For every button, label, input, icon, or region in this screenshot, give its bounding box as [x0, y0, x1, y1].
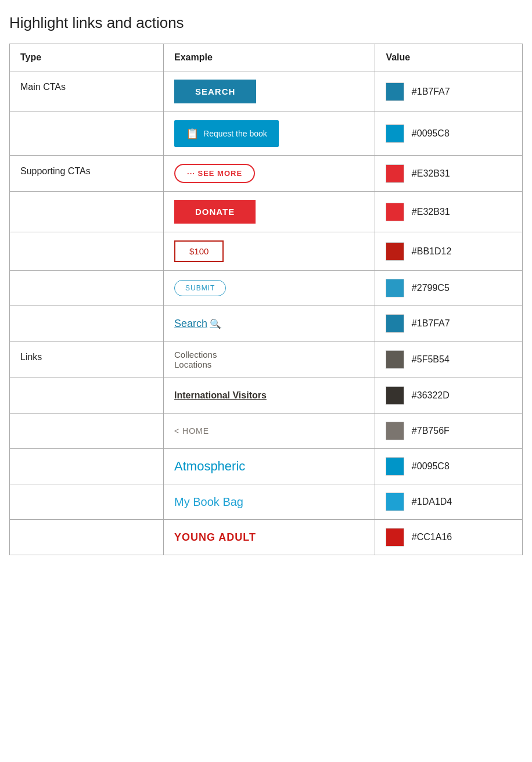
- color-hex-cc1a16: #CC1A16: [412, 532, 452, 542]
- color-swatch-1b7fa7-2: [386, 314, 404, 333]
- type-cell-empty-9: [10, 484, 164, 520]
- color-swatch-1b7fa7: [386, 82, 404, 101]
- table-row: YOUNG ADULT #CC1A16: [10, 520, 523, 555]
- col-header-example: Example: [164, 44, 375, 71]
- amount-button[interactable]: $100: [174, 240, 224, 262]
- international-visitors-link[interactable]: International Visitors: [174, 390, 267, 400]
- color-swatch-e32b31-2: [386, 203, 404, 221]
- example-cell-amount: $100: [164, 232, 375, 271]
- color-hex-0095c8-1: #0095C8: [412, 128, 450, 138]
- col-header-value: Value: [375, 44, 523, 71]
- color-hex-1b7fa7: #1B7FA7: [412, 87, 450, 96]
- value-cell-5: #BB1D12: [375, 232, 523, 271]
- type-cell-empty-10: [10, 520, 164, 555]
- example-cell-search-link: Search 🔍: [164, 306, 375, 342]
- table-row: SUBMIT #2799C5: [10, 271, 523, 306]
- search-link[interactable]: Search 🔍: [174, 318, 221, 330]
- type-cell-empty-6: [10, 378, 164, 414]
- value-cell-9: #36322D: [375, 378, 523, 414]
- value-cell-11: #0095C8: [375, 449, 523, 484]
- example-cell-seemore: ··· SEE MORE: [164, 156, 375, 192]
- example-cell-mybookbag: My Book Bag: [164, 484, 375, 520]
- type-cell-main-ctas: Main CTAs: [10, 71, 164, 112]
- young-adult-link[interactable]: YOUNG ADULT: [174, 531, 256, 543]
- table-row: 📋 Request the book #0095C8: [10, 112, 523, 156]
- type-cell-empty-8: [10, 449, 164, 484]
- example-cell-donate: DONATE: [164, 192, 375, 232]
- my-book-bag-link[interactable]: My Book Bag: [174, 495, 243, 508]
- color-swatch-cc1a16: [386, 528, 404, 547]
- see-more-button[interactable]: ··· SEE MORE: [174, 164, 255, 183]
- request-book-label: Request the book: [203, 129, 267, 138]
- collections-link[interactable]: Collections: [174, 350, 364, 360]
- color-swatch-36322d: [386, 386, 404, 405]
- home-link[interactable]: < HOME: [174, 426, 209, 436]
- example-cell-youngadult: YOUNG ADULT: [164, 520, 375, 555]
- search-button[interactable]: SEARCH: [174, 80, 256, 103]
- example-cell-search: SEARCH: [164, 71, 375, 112]
- color-hex-1da1d4: #1DA1D4: [412, 497, 452, 506]
- type-cell-empty-2: [10, 192, 164, 232]
- type-cell-empty-1: [10, 112, 164, 156]
- atmospheric-link[interactable]: Atmospheric: [174, 459, 245, 473]
- color-hex-7b756f: #7B756F: [412, 426, 450, 436]
- value-cell-8: #5F5B54: [375, 342, 523, 378]
- value-cell-2: #0095C8: [375, 112, 523, 156]
- example-cell-nav-links: Collections Locations: [164, 342, 375, 378]
- color-reference-table: Type Example Value Main CTAs SEARCH #1B7…: [9, 44, 523, 555]
- example-cell-intl: International Visitors: [164, 378, 375, 414]
- type-cell-links: Links: [10, 342, 164, 378]
- color-hex-2799c5: #2799C5: [412, 283, 450, 293]
- table-row: International Visitors #36322D: [10, 378, 523, 414]
- value-cell-13: #CC1A16: [375, 520, 523, 555]
- example-cell-request: 📋 Request the book: [164, 112, 375, 156]
- color-swatch-1da1d4: [386, 493, 404, 511]
- value-cell-7: #1B7FA7: [375, 306, 523, 342]
- donate-button[interactable]: DONATE: [174, 200, 256, 224]
- color-swatch-bb1d12: [386, 242, 404, 261]
- value-cell-12: #1DA1D4: [375, 484, 523, 520]
- search-magnifier-icon: 🔍: [210, 318, 221, 329]
- color-hex-e32b31-2: #E32B31: [412, 207, 450, 217]
- col-header-type: Type: [10, 44, 164, 71]
- color-hex-36322d: #36322D: [412, 390, 450, 400]
- submit-button[interactable]: SUBMIT: [174, 280, 226, 296]
- book-icon: 📋: [186, 127, 199, 140]
- search-link-label: Search: [174, 318, 207, 330]
- table-row: $100 #BB1D12: [10, 232, 523, 271]
- table-row: My Book Bag #1DA1D4: [10, 484, 523, 520]
- example-cell-submit: SUBMIT: [164, 271, 375, 306]
- example-cell-atmospheric: Atmospheric: [164, 449, 375, 484]
- color-hex-bb1d12: #BB1D12: [412, 246, 452, 256]
- color-hex-1b7fa7-2: #1B7FA7: [412, 318, 450, 328]
- locations-link[interactable]: Locations: [174, 360, 364, 369]
- value-cell-4: #E32B31: [375, 192, 523, 232]
- page-title: Highlight links and actions: [9, 14, 523, 32]
- color-swatch-0095c8-1: [386, 124, 404, 143]
- type-cell-empty-7: [10, 414, 164, 449]
- table-row: < HOME #7B756F: [10, 414, 523, 449]
- color-swatch-5f5b54: [386, 350, 404, 369]
- table-row: Supporting CTAs ··· SEE MORE #E32B31: [10, 156, 523, 192]
- color-hex-e32b31-1: #E32B31: [412, 168, 450, 178]
- table-row: Atmospheric #0095C8: [10, 449, 523, 484]
- color-swatch-0095c8-2: [386, 457, 404, 476]
- value-cell-1: #1B7FA7: [375, 71, 523, 112]
- type-cell-empty-5: [10, 306, 164, 342]
- type-cell-empty-3: [10, 232, 164, 271]
- value-cell-3: #E32B31: [375, 156, 523, 192]
- color-swatch-2799c5: [386, 279, 404, 297]
- table-row: Main CTAs SEARCH #1B7FA7: [10, 71, 523, 112]
- color-hex-5f5b54: #5F5B54: [412, 354, 450, 364]
- value-cell-10: #7B756F: [375, 414, 523, 449]
- example-cell-home: < HOME: [164, 414, 375, 449]
- table-row: Search 🔍 #1B7FA7: [10, 306, 523, 342]
- type-cell-empty-4: [10, 271, 164, 306]
- color-swatch-e32b31-1: [386, 164, 404, 183]
- table-row: DONATE #E32B31: [10, 192, 523, 232]
- table-row: Links Collections Locations #5F5B54: [10, 342, 523, 378]
- request-book-button[interactable]: 📋 Request the book: [174, 120, 279, 147]
- color-swatch-7b756f: [386, 422, 404, 440]
- color-hex-0095c8-2: #0095C8: [412, 461, 450, 471]
- value-cell-6: #2799C5: [375, 271, 523, 306]
